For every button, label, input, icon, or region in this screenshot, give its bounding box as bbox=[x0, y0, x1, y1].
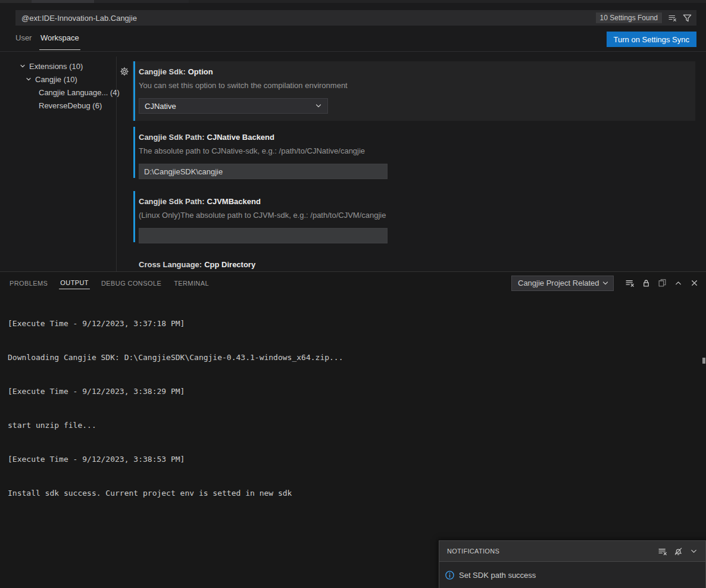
toc-item-reversedebug[interactable]: ReverseDebug (6) bbox=[0, 99, 116, 112]
output-line: start unzip file... bbox=[8, 420, 698, 431]
select-value: CJNative bbox=[145, 102, 176, 111]
tab-user[interactable]: User bbox=[15, 33, 32, 50]
setting-row-cross-language-cpp[interactable]: Cross Language:Cpp Directory bbox=[132, 254, 695, 271]
settings-scope-row: User Workspace Turn on Settings Sync bbox=[0, 26, 706, 52]
results-count-badge: 10 Settings Found bbox=[596, 12, 662, 23]
output-line: [Execute Time - 9/12/2023, 3:38:53 PM] bbox=[8, 453, 698, 465]
notifications-center: NOTIFICATIONS bbox=[439, 540, 706, 588]
output-channel-select[interactable]: Cangjie Project Related bbox=[511, 276, 614, 291]
settings-list: Cangjie Sdk:Option You can set this opti… bbox=[132, 52, 695, 271]
setting-key: Cpp Directory bbox=[204, 260, 255, 269]
clear-search-icon[interactable] bbox=[667, 12, 679, 24]
output-line: Downloading Cangjie SDK: D:\CangjieSDK\C… bbox=[8, 352, 698, 363]
output-line: [Execute Time - 9/12/2023, 3:38:29 PM] bbox=[8, 386, 698, 397]
search-input[interactable]: @ext:IDE-Innovation-Lab.Cangjie bbox=[21, 14, 137, 23]
tab-strip-segment bbox=[32, 0, 94, 3]
notifications-title: NOTIFICATIONS bbox=[447, 548, 499, 555]
maximize-panel-icon[interactable] bbox=[672, 277, 684, 289]
toc-item-label: Extensions (10) bbox=[29, 62, 83, 71]
collapse-notifications-icon[interactable] bbox=[688, 545, 699, 557]
setting-key: Option bbox=[188, 67, 213, 76]
setting-category: Cross Language: bbox=[139, 260, 202, 269]
lock-auto-scroll-icon[interactable] bbox=[640, 277, 652, 289]
setting-description: (Linux Only)The absolute path to CJVM-sd… bbox=[139, 211, 687, 221]
setting-description: The absolute path to CJNative-sdk, e.g.:… bbox=[139, 146, 687, 157]
setting-category: Cangjie Sdk Path: bbox=[139, 133, 205, 142]
tab-strip-segment bbox=[0, 0, 32, 3]
clear-output-icon[interactable] bbox=[624, 277, 636, 289]
modified-indicator bbox=[133, 61, 135, 121]
filter-icon[interactable] bbox=[681, 12, 693, 24]
modified-indicator bbox=[133, 191, 135, 242]
toc-item-label: ReverseDebug (6) bbox=[39, 101, 102, 110]
tab-output[interactable]: OUTPUT bbox=[59, 277, 90, 289]
sdk-path-cjvm-input[interactable] bbox=[139, 228, 388, 243]
setting-category: Cangjie Sdk: bbox=[139, 67, 186, 76]
setting-key: CJVMBackend bbox=[207, 197, 261, 206]
sdk-option-select[interactable]: CJNative bbox=[139, 98, 328, 114]
tab-problems[interactable]: PROBLEMS bbox=[8, 277, 49, 289]
setting-row-sdk-path-cjvm[interactable]: Cangjie Sdk Path:CJVMBackend (Linux Only… bbox=[132, 191, 695, 249]
settings-search-bar[interactable]: @ext:IDE-Innovation-Lab.Cangjie 10 Setti… bbox=[15, 10, 696, 26]
settings-toc: Extensions (10) Cangjie (10) Cangjie Lan… bbox=[0, 60, 116, 112]
output-log[interactable]: [Execute Time - 9/12/2023, 3:37:18 PM] D… bbox=[8, 295, 698, 521]
chevron-down-icon[interactable] bbox=[24, 75, 33, 83]
notification-item[interactable]: Set SDK path success bbox=[439, 562, 705, 588]
select-value: Cangjie Project Related bbox=[518, 279, 599, 287]
setting-title: Cangjie Sdk Path:CJVMBackend bbox=[139, 197, 687, 208]
setting-row-sdk-option[interactable]: Cangjie Sdk:Option You can set this opti… bbox=[132, 61, 695, 121]
do-not-disturb-bell-icon[interactable] bbox=[672, 545, 684, 557]
output-line: Install sdk success. Current project env… bbox=[8, 487, 698, 499]
panel-tabs: PROBLEMS OUTPUT DEBUG CONSOLE TERMINAL bbox=[8, 272, 220, 294]
panel-header: PROBLEMS OUTPUT DEBUG CONSOLE TERMINAL C… bbox=[0, 272, 706, 294]
notifications-header: NOTIFICATIONS bbox=[439, 541, 705, 562]
tab-debug-console[interactable]: DEBUG CONSOLE bbox=[100, 277, 163, 289]
info-icon bbox=[445, 570, 455, 580]
toc-item-cangjie[interactable]: Cangjie (10) bbox=[0, 73, 116, 86]
chevron-down-icon bbox=[601, 279, 610, 287]
setting-title: Cangjie Sdk Path:CJNative Backend bbox=[139, 133, 687, 143]
setting-row-sdk-path-cjnative[interactable]: Cangjie Sdk Path:CJNative Backend The ab… bbox=[132, 127, 695, 185]
tab-terminal[interactable]: TERMINAL bbox=[173, 277, 210, 289]
toc-item-cangjie-language[interactable]: Cangjie Language... (4) bbox=[0, 86, 116, 99]
chevron-down-icon[interactable] bbox=[18, 62, 27, 70]
setting-title: Cangjie Sdk:Option bbox=[139, 67, 687, 78]
modified-indicator bbox=[133, 127, 135, 178]
scrollbar-thumb[interactable] bbox=[702, 358, 705, 364]
clear-all-notifications-icon[interactable] bbox=[657, 545, 668, 557]
toc-item-label: Cangjie Language... (4) bbox=[39, 88, 120, 97]
tab-strip-segment bbox=[94, 0, 189, 3]
setting-description: You can set this option to switch the co… bbox=[139, 81, 687, 92]
close-panel-icon[interactable] bbox=[688, 277, 700, 289]
setting-category: Cangjie Sdk Path: bbox=[139, 197, 205, 206]
toc-item-label: Cangjie (10) bbox=[35, 75, 77, 84]
tab-workspace[interactable]: Workspace bbox=[39, 33, 80, 50]
vscode-settings-window: @ext:IDE-Innovation-Lab.Cangjie 10 Setti… bbox=[0, 0, 706, 588]
setting-title: Cross Language:Cpp Directory bbox=[139, 260, 687, 271]
turn-on-settings-sync-button[interactable]: Turn on Settings Sync bbox=[607, 32, 696, 47]
settings-body: Extensions (10) Cangjie (10) Cangjie Lan… bbox=[0, 52, 706, 271]
chevron-down-icon bbox=[314, 102, 323, 110]
toc-item-extensions[interactable]: Extensions (10) bbox=[0, 60, 116, 73]
setting-key: CJNative Backend bbox=[207, 133, 274, 142]
panel-actions: Cangjie Project Related bbox=[511, 272, 700, 294]
notification-message: Set SDK path success bbox=[459, 571, 536, 580]
output-line: [Execute Time - 9/12/2023, 3:37:18 PM] bbox=[8, 318, 698, 329]
setting-gear-icon[interactable] bbox=[120, 67, 129, 76]
editor-tab-strip bbox=[0, 0, 706, 3]
open-output-in-editor-icon[interactable] bbox=[656, 277, 668, 289]
sdk-path-cjnative-input[interactable] bbox=[139, 164, 388, 179]
